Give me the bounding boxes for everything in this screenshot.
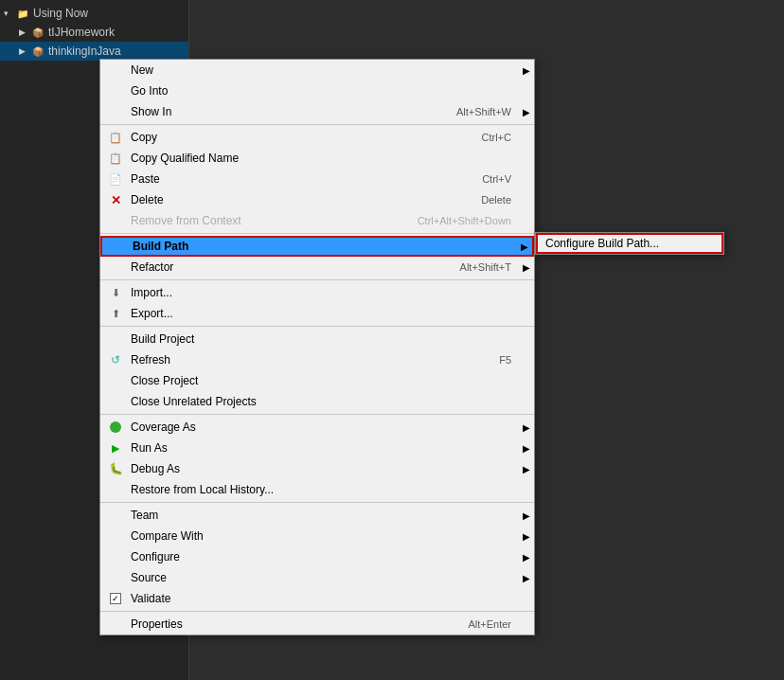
- menu-item-copy[interactable]: 📋 Copy Ctrl+C: [100, 127, 534, 148]
- menu-label-export: Export...: [131, 307, 173, 320]
- menu-label-refresh: Refresh: [131, 353, 170, 367]
- menu-item-debug-as[interactable]: 🐛 Debug As ▶: [100, 458, 534, 479]
- menu-label-paste: Paste: [131, 172, 160, 186]
- menu-label-refactor: Refactor: [131, 260, 173, 274]
- arrow-icon-source: ▶: [523, 573, 530, 583]
- debug-icon: 🐛: [108, 461, 123, 476]
- menu-item-delete[interactable]: ✕ Delete Delete: [100, 189, 534, 210]
- menu-shortcut-paste: Ctrl+V: [482, 173, 526, 185]
- menu-label-copy-qualified: Copy Qualified Name: [131, 152, 239, 165]
- validate-checkbox[interactable]: ✓: [110, 593, 121, 604]
- menu-label-build-project: Build Project: [131, 332, 194, 346]
- menu-shortcut-show-in: Alt+Shift+W: [456, 106, 526, 117]
- menu-label-import: Import...: [131, 286, 172, 299]
- run-icon: ▶: [108, 440, 123, 456]
- separator-5: [100, 414, 534, 415]
- separator-4: [100, 326, 534, 327]
- arrow-icon-coverage: ▶: [523, 422, 530, 433]
- arrow-icon-build-path: ▶: [521, 242, 528, 252]
- menu-item-remove-context[interactable]: Remove from Context Ctrl+Alt+Shift+Down: [100, 210, 534, 231]
- menu-label-restore-history: Restore from Local History...: [131, 483, 274, 496]
- project-icon2: 📦: [30, 44, 45, 59]
- submenu-build-path: Configure Build Path...: [535, 232, 724, 255]
- menu-label-configure: Configure: [131, 550, 180, 564]
- menu-item-import[interactable]: ⬇ Import...: [100, 282, 534, 303]
- menu-item-run-as[interactable]: ▶ Run As ▶: [100, 438, 534, 458]
- tree-item-thinkinginJava[interactable]: ▶ 📦 thinkingInJava: [0, 42, 188, 61]
- menu-label-close-project: Close Project: [131, 374, 198, 387]
- tree-item-tijhomework[interactable]: ▶ 📦 tIJHomework: [0, 23, 188, 42]
- tree-root-item: ▾ 📁 Using Now: [0, 4, 188, 23]
- menu-label-show-in: Show In: [131, 105, 171, 118]
- menu-label-team: Team: [131, 509, 158, 522]
- menu-item-configure[interactable]: Configure ▶: [100, 546, 534, 567]
- tree-item-label: tIJHomework: [48, 26, 115, 39]
- submenu-label-configure-build-path: Configure Build Path...: [545, 237, 659, 250]
- coverage-icon: [108, 420, 123, 435]
- separator-7: [100, 611, 534, 612]
- menu-label-compare-with: Compare With: [131, 529, 204, 543]
- menu-label-copy: Copy: [131, 131, 157, 144]
- menu-item-new[interactable]: New ▶: [100, 60, 534, 81]
- copy-qualified-icon: 📋: [108, 151, 123, 166]
- submenu-item-configure-build-path[interactable]: Configure Build Path...: [536, 233, 723, 254]
- menu-label-close-unrelated: Close Unrelated Projects: [131, 395, 257, 408]
- tree-root-label: Using Now: [33, 7, 88, 20]
- folder-icon: 📁: [15, 6, 30, 21]
- menu-shortcut-refactor: Alt+Shift+T: [460, 261, 526, 273]
- menu-item-build-project[interactable]: Build Project: [100, 329, 534, 349]
- refresh-icon: ↺: [108, 352, 123, 367]
- separator-3: [100, 279, 534, 280]
- menu-item-close-unrelated[interactable]: Close Unrelated Projects: [100, 391, 534, 412]
- arrow-icon-refactor: ▶: [523, 262, 530, 273]
- separator-1: [100, 124, 534, 125]
- menu-shortcut-delete: Delete: [481, 194, 526, 206]
- menu-item-build-path[interactable]: Build Path ▶: [100, 236, 534, 257]
- menu-shortcut-remove-context: Ctrl+Alt+Shift+Down: [418, 215, 526, 226]
- menu-item-restore-history[interactable]: Restore from Local History...: [100, 479, 534, 500]
- tree-expand-arrow: ▶: [19, 27, 30, 37]
- arrow-icon-new: ▶: [523, 65, 530, 76]
- menu-label-debug-as: Debug As: [131, 462, 180, 475]
- menu-item-validate[interactable]: ✓ Validate: [100, 588, 534, 609]
- menu-item-compare-with[interactable]: Compare With ▶: [100, 526, 534, 546]
- separator-2: [100, 233, 534, 234]
- menu-item-refactor[interactable]: Refactor Alt+Shift+T ▶: [100, 257, 534, 277]
- separator-6: [100, 502, 534, 503]
- menu-label-properties: Properties: [131, 617, 183, 631]
- menu-label-build-path: Build Path: [133, 240, 188, 253]
- menu-item-export[interactable]: ⬆ Export...: [100, 303, 534, 324]
- context-menu: New ▶ Go Into Show In Alt+Shift+W ▶ 📋 Co…: [99, 59, 535, 635]
- project-icon: 📦: [30, 25, 45, 40]
- arrow-icon-show-in: ▶: [523, 107, 530, 117]
- arrow-icon-debug: ▶: [523, 464, 530, 474]
- arrow-icon-team: ▶: [523, 510, 530, 521]
- paste-icon: 📄: [108, 171, 123, 187]
- menu-item-refresh[interactable]: ↺ Refresh F5: [100, 349, 534, 370]
- delete-icon: ✕: [108, 192, 123, 207]
- arrow-icon-run: ▶: [523, 443, 530, 454]
- menu-item-source[interactable]: Source ▶: [100, 567, 534, 588]
- menu-item-properties[interactable]: Properties Alt+Enter: [100, 614, 534, 635]
- menu-label-delete: Delete: [131, 193, 164, 206]
- menu-label-validate: Validate: [131, 592, 170, 605]
- menu-item-copy-qualified[interactable]: 📋 Copy Qualified Name: [100, 148, 534, 169]
- tree-expand-arrow2: ▶: [19, 46, 30, 56]
- menu-item-show-in[interactable]: Show In Alt+Shift+W ▶: [100, 101, 534, 122]
- import-icon: ⬇: [108, 285, 123, 300]
- menu-label-run-as: Run As: [131, 441, 168, 455]
- menu-label-coverage-as: Coverage As: [131, 421, 196, 434]
- menu-label-new: New: [131, 63, 153, 77]
- menu-label-source: Source: [131, 571, 167, 584]
- menu-item-go-into[interactable]: Go Into: [100, 81, 534, 101]
- menu-item-close-project[interactable]: Close Project: [100, 370, 534, 391]
- menu-item-paste[interactable]: 📄 Paste Ctrl+V: [100, 169, 534, 189]
- menu-shortcut-refresh: F5: [499, 354, 526, 366]
- menu-item-team[interactable]: Team ▶: [100, 505, 534, 526]
- menu-shortcut-copy: Ctrl+C: [482, 132, 526, 143]
- menu-shortcut-properties: Alt+Enter: [468, 618, 526, 630]
- menu-item-coverage-as[interactable]: Coverage As ▶: [100, 417, 534, 438]
- menu-label-remove-context: Remove from Context: [131, 214, 241, 227]
- tree-expand-icon: ▾: [4, 9, 15, 18]
- arrow-icon-configure: ▶: [523, 552, 530, 563]
